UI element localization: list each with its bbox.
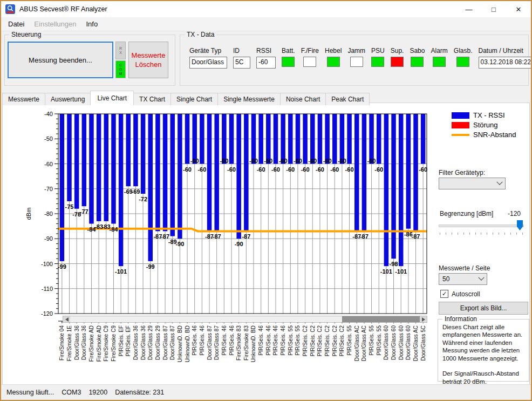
x-axis-category-label: Door/Glass 5C	[420, 325, 426, 361]
rssi-bar	[97, 114, 101, 221]
chart-horizontal-scrollbar[interactable]	[63, 316, 427, 323]
rssi-bar	[325, 114, 330, 164]
filter-device-type-dropdown[interactable]	[439, 178, 506, 189]
rssi-bar	[89, 114, 94, 224]
slider-tick	[504, 233, 505, 235]
x-axis-category-label: Fire/Smoke AD	[96, 325, 102, 362]
rssi-bar	[303, 114, 308, 164]
menu-item-info[interactable]: Info	[81, 18, 103, 30]
status-item: Messung läuft...	[6, 389, 54, 396]
tab-messwerte[interactable]: Messwerte	[2, 93, 45, 105]
scrollbar-thumb[interactable]	[342, 316, 420, 322]
menu-item-einstellungen[interactable]: Einstellungen	[29, 18, 81, 30]
y-axis-tick-label: -70	[44, 186, 53, 192]
rssi-bar	[60, 114, 65, 261]
rssi-bar	[421, 114, 426, 164]
stop-measurement-button[interactable]: Messung beenden...	[8, 42, 113, 78]
chevron-down-icon	[496, 179, 502, 185]
x-axis-category-label: UnknownD. BD	[177, 325, 183, 362]
slider-tick	[493, 233, 493, 235]
bar-value-label: -60	[286, 166, 295, 173]
x-axis-category-label: Fire/Smoke 83	[236, 325, 242, 361]
x-axis-category-label: Fire/Smoke C9	[111, 325, 117, 362]
tab-noise-chart[interactable]: Noise Chart	[280, 93, 326, 105]
bar-value-label: -87	[213, 233, 221, 240]
bar-value-label: -60	[227, 166, 236, 173]
slider-tick	[446, 233, 446, 235]
bar-value-label: -60	[249, 158, 258, 164]
autoscroll-row: ✓ Autoscroll	[440, 290, 480, 298]
tx-field-label: RSSI	[256, 47, 276, 55]
status-item: COM3	[62, 389, 81, 396]
clear-measurements-button[interactable]: Messwerte Löschen	[128, 42, 168, 78]
tx-field-label: PSU	[371, 47, 385, 55]
x-axis-category-label: Fire/Smoke 1E	[66, 325, 72, 361]
scroll-left-button[interactable]	[63, 316, 70, 322]
tab-peak-chart[interactable]: Peak Chart	[325, 93, 370, 105]
x-axis-category-label: PIR/Seis. 46	[265, 325, 271, 356]
x-axis-category-label: Door/Glass 36	[133, 325, 139, 360]
tx-field-f-fire: F./Fire	[301, 47, 319, 69]
x-axis-category-label: Door/Glass 29	[147, 325, 153, 360]
maximize-button[interactable]: □	[481, 1, 506, 17]
tab-auswertung[interactable]: Auswertung	[45, 93, 91, 105]
x-axis-category-label: PIR/Seis. C2	[302, 325, 308, 357]
bar-value-label: -60	[374, 166, 383, 173]
x-axis-category-label: UnknownD. BD	[250, 325, 256, 362]
rssi-bar	[229, 114, 234, 164]
bar-value-label: -60	[190, 158, 199, 164]
information-group: Information Dieses Chart zeigt alle empf…	[438, 319, 529, 382]
rssi-bar	[200, 114, 204, 164]
x-axis-category-label: PIR/Seis. 46	[192, 325, 197, 356]
tab-single-messwerte[interactable]: Single Messwerte	[217, 93, 281, 105]
x-axis-category-label: PIR/Seis. 55	[376, 325, 382, 356]
per-page-dropdown[interactable]: 50	[439, 273, 487, 285]
tx-led-jamm	[350, 57, 363, 67]
tx-field-glasb-: Glasb.	[454, 47, 473, 69]
tab-live-chart[interactable]: Live Chart	[90, 91, 134, 105]
status-item: 19200	[88, 389, 107, 396]
tx-field-hebel: Hebel	[325, 47, 342, 69]
tx-field-label: Glasb.	[454, 47, 473, 55]
bar-value-label: -60	[338, 158, 346, 164]
rssi-bar	[332, 114, 337, 164]
close-button[interactable]: ✕	[506, 1, 531, 17]
bar-value-label: -84	[109, 226, 118, 233]
tx-led-hebel	[327, 57, 340, 67]
limit-slider[interactable]	[439, 220, 524, 232]
x-axis-category-label: UnknownD. BD	[185, 325, 190, 362]
tab-single-chart[interactable]: Single Chart	[170, 93, 218, 105]
bar-value-label: -60	[367, 158, 376, 164]
y-axis-tick-label: -100	[41, 261, 53, 267]
bar-value-label: -75	[65, 203, 74, 210]
bar-value-label: -99	[146, 263, 155, 270]
x-axis-category-label: PIR/Seis. C2	[317, 325, 323, 357]
rx-indicator: R X	[115, 42, 126, 59]
rssi-bar	[406, 114, 411, 229]
slider-thumb[interactable]	[517, 220, 523, 230]
tab-tx-chart[interactable]: TX Chart	[133, 93, 171, 105]
tx-field-value: Door/Glass	[189, 57, 227, 69]
bar-value-label: -60	[271, 166, 280, 173]
x-axis-category-label: PIR/Seis. C2	[324, 325, 330, 357]
slider-track[interactable]	[439, 225, 524, 227]
scroll-right-button[interactable]	[420, 316, 427, 322]
legend-label: Störung	[473, 121, 498, 129]
x-axis-category-label: PIR/Seis. 46	[199, 325, 205, 356]
y-axis-tick-label: -120	[41, 310, 53, 317]
minimize-button[interactable]: —	[456, 1, 481, 17]
x-axis-category-label: Door/Glass 87	[162, 325, 168, 360]
x-axis-category-label: Door/Glass 36	[74, 325, 80, 360]
tx-field-label: Sabo	[410, 47, 425, 55]
x-axis-category-label: Fire/Smoke 83	[243, 325, 249, 361]
steuerung-group-title: Steuerung	[9, 31, 43, 38]
rssi-bar	[347, 114, 352, 164]
rssi-bar	[274, 114, 278, 164]
bar-value-label: -60	[323, 158, 332, 164]
autoscroll-checkbox[interactable]: ✓	[440, 290, 448, 298]
menu-item-datei[interactable]: Datei	[3, 18, 29, 30]
x-axis-category-label: Door/Glass 60	[383, 325, 389, 360]
export-image-button[interactable]: Export als Bild...	[439, 302, 528, 315]
tx-field-value: 5C	[233, 57, 250, 69]
autoscroll-label: Autoscroll	[452, 290, 480, 298]
